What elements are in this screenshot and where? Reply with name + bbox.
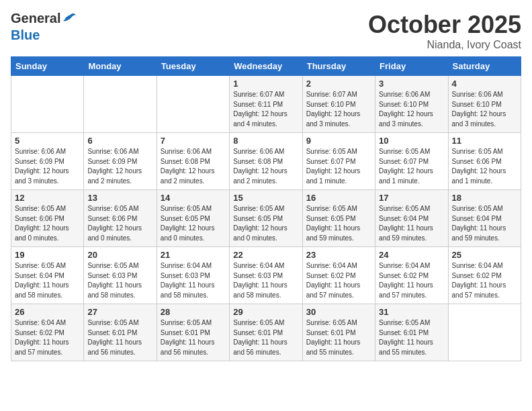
calendar-cell: 1Sunrise: 6:07 AM Sunset: 6:11 PM Daylig…	[230, 76, 302, 133]
day-info: Sunrise: 6:05 AM Sunset: 6:05 PM Dayligh…	[233, 204, 298, 243]
weekday-header-wednesday: Wednesday	[230, 57, 302, 76]
weekday-header-sunday: Sunday	[11, 57, 84, 76]
day-number: 21	[161, 250, 226, 260]
calendar-cell: 24Sunrise: 6:04 AM Sunset: 6:02 PM Dayli…	[375, 247, 448, 304]
day-info: Sunrise: 6:07 AM Sunset: 6:11 PM Dayligh…	[233, 90, 298, 129]
calendar-cell: 14Sunrise: 6:05 AM Sunset: 6:05 PM Dayli…	[157, 190, 229, 247]
day-number: 2	[306, 79, 371, 89]
month-title: October 2025	[368, 11, 521, 39]
calendar-cell: 6Sunrise: 6:06 AM Sunset: 6:09 PM Daylig…	[84, 133, 157, 190]
day-info: Sunrise: 6:06 AM Sunset: 6:08 PM Dayligh…	[161, 147, 226, 186]
calendar-cell: 29Sunrise: 6:05 AM Sunset: 6:01 PM Dayli…	[230, 304, 302, 361]
calendar-week-row: 12Sunrise: 6:05 AM Sunset: 6:06 PM Dayli…	[11, 190, 521, 247]
calendar-cell: 18Sunrise: 6:05 AM Sunset: 6:04 PM Dayli…	[448, 190, 521, 247]
day-number: 22	[233, 250, 298, 260]
day-info: Sunrise: 6:04 AM Sunset: 6:02 PM Dayligh…	[306, 261, 371, 300]
day-info: Sunrise: 6:04 AM Sunset: 6:02 PM Dayligh…	[379, 261, 444, 300]
day-number: 26	[15, 307, 80, 317]
day-number: 5	[15, 136, 80, 146]
day-number: 9	[306, 136, 371, 146]
calendar-cell	[448, 304, 521, 361]
day-info: Sunrise: 6:05 AM Sunset: 6:04 PM Dayligh…	[15, 261, 80, 300]
day-info: Sunrise: 6:05 AM Sunset: 6:01 PM Dayligh…	[233, 318, 298, 357]
calendar-week-row: 19Sunrise: 6:05 AM Sunset: 6:04 PM Dayli…	[11, 247, 521, 304]
calendar-cell	[11, 76, 84, 133]
day-info: Sunrise: 6:05 AM Sunset: 6:07 PM Dayligh…	[379, 147, 444, 186]
calendar-cell: 31Sunrise: 6:05 AM Sunset: 6:01 PM Dayli…	[375, 304, 448, 361]
day-info: Sunrise: 6:04 AM Sunset: 6:02 PM Dayligh…	[452, 261, 517, 300]
day-number: 18	[452, 193, 517, 203]
day-info: Sunrise: 6:05 AM Sunset: 6:01 PM Dayligh…	[161, 318, 226, 357]
day-info: Sunrise: 6:06 AM Sunset: 6:10 PM Dayligh…	[379, 90, 444, 129]
day-info: Sunrise: 6:05 AM Sunset: 6:07 PM Dayligh…	[306, 147, 371, 186]
weekday-header-monday: Monday	[84, 57, 157, 76]
calendar-cell: 22Sunrise: 6:04 AM Sunset: 6:03 PM Dayli…	[230, 247, 302, 304]
calendar-table: SundayMondayTuesdayWednesdayThursdayFrid…	[11, 56, 521, 361]
calendar-cell: 25Sunrise: 6:04 AM Sunset: 6:02 PM Dayli…	[448, 247, 521, 304]
day-number: 4	[452, 79, 517, 89]
calendar-week-row: 26Sunrise: 6:04 AM Sunset: 6:02 PM Dayli…	[11, 304, 521, 361]
day-number: 10	[379, 136, 444, 146]
calendar-cell: 9Sunrise: 6:05 AM Sunset: 6:07 PM Daylig…	[302, 133, 375, 190]
calendar-cell: 30Sunrise: 6:05 AM Sunset: 6:01 PM Dayli…	[302, 304, 375, 361]
calendar-cell: 26Sunrise: 6:04 AM Sunset: 6:02 PM Dayli…	[11, 304, 84, 361]
calendar-cell: 16Sunrise: 6:05 AM Sunset: 6:05 PM Dayli…	[302, 190, 375, 247]
day-number: 24	[379, 250, 444, 260]
location-subtitle: Nianda, Ivory Coast	[368, 39, 521, 51]
day-number: 16	[306, 193, 371, 203]
calendar-cell: 10Sunrise: 6:05 AM Sunset: 6:07 PM Dayli…	[375, 133, 448, 190]
calendar-cell: 8Sunrise: 6:06 AM Sunset: 6:08 PM Daylig…	[230, 133, 302, 190]
day-info: Sunrise: 6:05 AM Sunset: 6:05 PM Dayligh…	[161, 204, 226, 243]
calendar-cell: 12Sunrise: 6:05 AM Sunset: 6:06 PM Dayli…	[11, 190, 84, 247]
day-info: Sunrise: 6:04 AM Sunset: 6:03 PM Dayligh…	[161, 261, 226, 300]
day-info: Sunrise: 6:06 AM Sunset: 6:09 PM Dayligh…	[87, 147, 152, 186]
calendar-cell: 17Sunrise: 6:05 AM Sunset: 6:04 PM Dayli…	[375, 190, 448, 247]
day-info: Sunrise: 6:05 AM Sunset: 6:04 PM Dayligh…	[452, 204, 517, 243]
day-number: 31	[379, 307, 444, 317]
day-number: 20	[87, 250, 152, 260]
day-info: Sunrise: 6:04 AM Sunset: 6:02 PM Dayligh…	[15, 318, 80, 357]
calendar-cell: 4Sunrise: 6:06 AM Sunset: 6:10 PM Daylig…	[448, 76, 521, 133]
day-info: Sunrise: 6:05 AM Sunset: 6:06 PM Dayligh…	[15, 204, 80, 243]
day-number: 7	[161, 136, 226, 146]
calendar-cell: 23Sunrise: 6:04 AM Sunset: 6:02 PM Dayli…	[302, 247, 375, 304]
calendar-week-row: 1Sunrise: 6:07 AM Sunset: 6:11 PM Daylig…	[11, 76, 521, 133]
calendar-cell: 15Sunrise: 6:05 AM Sunset: 6:05 PM Dayli…	[230, 190, 302, 247]
day-info: Sunrise: 6:05 AM Sunset: 6:01 PM Dayligh…	[306, 318, 371, 357]
day-info: Sunrise: 6:06 AM Sunset: 6:09 PM Dayligh…	[15, 147, 80, 186]
day-info: Sunrise: 6:05 AM Sunset: 6:01 PM Dayligh…	[87, 318, 152, 357]
day-info: Sunrise: 6:05 AM Sunset: 6:01 PM Dayligh…	[379, 318, 444, 357]
day-info: Sunrise: 6:04 AM Sunset: 6:03 PM Dayligh…	[233, 261, 298, 300]
calendar-cell	[157, 76, 229, 133]
weekday-header-row: SundayMondayTuesdayWednesdayThursdayFrid…	[11, 57, 521, 76]
day-number: 27	[87, 307, 152, 317]
weekday-header-saturday: Saturday	[448, 57, 521, 76]
day-number: 19	[15, 250, 80, 260]
day-number: 15	[233, 193, 298, 203]
logo-blue-text: Blue	[11, 28, 77, 43]
page-header: General Blue October 2025 Nianda, Ivory …	[11, 11, 521, 51]
weekday-header-friday: Friday	[375, 57, 448, 76]
calendar-cell: 27Sunrise: 6:05 AM Sunset: 6:01 PM Dayli…	[84, 304, 157, 361]
day-number: 17	[379, 193, 444, 203]
calendar-cell: 28Sunrise: 6:05 AM Sunset: 6:01 PM Dayli…	[157, 304, 229, 361]
day-info: Sunrise: 6:06 AM Sunset: 6:08 PM Dayligh…	[233, 147, 298, 186]
day-info: Sunrise: 6:05 AM Sunset: 6:04 PM Dayligh…	[379, 204, 444, 243]
day-number: 11	[452, 136, 517, 146]
calendar-cell: 21Sunrise: 6:04 AM Sunset: 6:03 PM Dayli…	[157, 247, 229, 304]
day-info: Sunrise: 6:05 AM Sunset: 6:06 PM Dayligh…	[452, 147, 517, 186]
day-number: 28	[161, 307, 226, 317]
day-number: 29	[233, 307, 298, 317]
day-number: 30	[306, 307, 371, 317]
day-number: 14	[161, 193, 226, 203]
calendar-cell: 11Sunrise: 6:05 AM Sunset: 6:06 PM Dayli…	[448, 133, 521, 190]
weekday-header-tuesday: Tuesday	[157, 57, 229, 76]
day-info: Sunrise: 6:07 AM Sunset: 6:10 PM Dayligh…	[306, 90, 371, 129]
calendar-cell: 2Sunrise: 6:07 AM Sunset: 6:10 PM Daylig…	[302, 76, 375, 133]
day-info: Sunrise: 6:05 AM Sunset: 6:03 PM Dayligh…	[87, 261, 152, 300]
day-info: Sunrise: 6:05 AM Sunset: 6:06 PM Dayligh…	[87, 204, 152, 243]
day-number: 12	[15, 193, 80, 203]
calendar-cell: 5Sunrise: 6:06 AM Sunset: 6:09 PM Daylig…	[11, 133, 84, 190]
weekday-header-thursday: Thursday	[302, 57, 375, 76]
logo-general-text: General	[11, 11, 60, 26]
